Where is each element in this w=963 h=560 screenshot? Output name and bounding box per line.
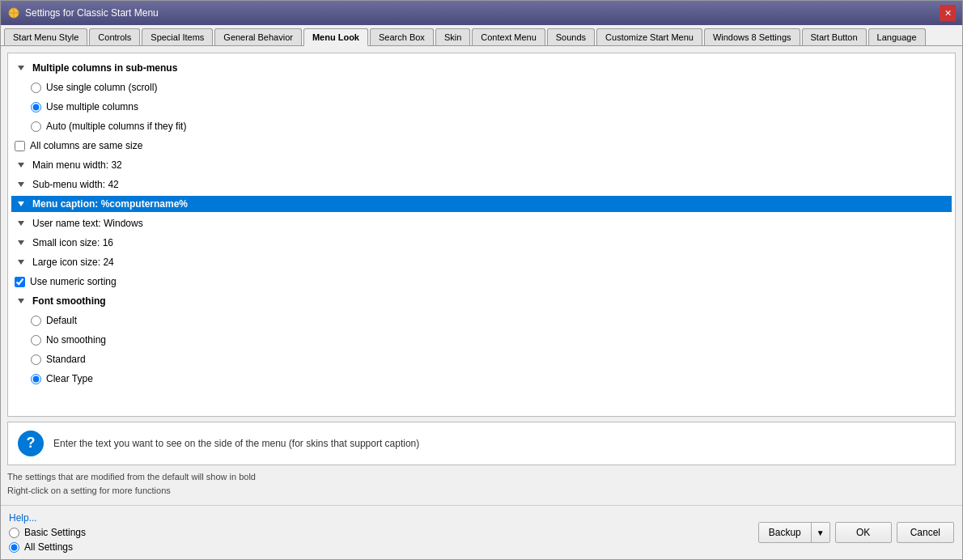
backup-dropdown-arrow[interactable]: ▼ [811,523,829,542]
radio-fs-default[interactable] [31,316,41,326]
main-window: Settings for Classic Start Menu ✕ Start … [0,0,963,560]
sub-menu-width-label: Sub-menu width: 42 [32,179,119,190]
close-button[interactable]: ✕ [940,5,956,21]
main-menu-width-label: Main menu width: 32 [32,159,122,171]
radio-single-column[interactable] [31,83,41,93]
app-icon [7,6,20,19]
tab-general-behavior[interactable]: General Behavior [214,28,302,45]
tab-start-menu-style[interactable]: Start Menu Style [4,28,87,45]
title-bar: Settings for Classic Start Menu ✕ [1,1,962,25]
tab-start-button[interactable]: Start Button [802,28,867,45]
user-name-text-row: User name text: Windows [15,215,948,231]
radio-fs-no-smoothing[interactable] [31,335,41,346]
group-expand-icon[interactable] [15,62,28,74]
tab-skin[interactable]: Skin [435,28,470,45]
main-menu-width-row: Main menu width: 32 [15,157,948,173]
title-controls: ✕ [940,5,956,21]
large-icon-size-row: Large icon size: 24 [15,254,948,270]
multi-columns-label: Multiple columns in sub-menus [32,62,177,74]
use-numeric-sorting-row: Use numeric sorting [15,274,948,290]
label-multi-columns: Use multiple columns [46,101,138,112]
svg-marker-3 [18,66,24,70]
sub-menu-width-row: Sub-menu width: 42 [15,176,948,193]
tab-sounds[interactable]: Sounds [547,28,595,45]
small-icon-size-label: Small icon size: 16 [32,237,113,248]
info-box: ? Enter the text you want to see on the … [7,422,956,465]
backup-button-group: Backup ▼ [758,522,830,543]
title-bar-left: Settings for Classic Start Menu [7,6,159,19]
menu-caption-row[interactable]: Menu caption: %computername% [11,196,952,212]
radio-basic-settings-row: Basic Settings [9,527,86,538]
label-use-numeric-sorting: Use numeric sorting [30,276,117,287]
label-auto-columns: Auto (multiple columns if they fit) [46,121,186,132]
tabs-container: Start Menu Style Controls Special Items … [1,25,962,46]
label-fs-no-smoothing: No smoothing [46,334,106,346]
main-menu-width-icon[interactable] [15,159,28,172]
radio-fs-clear-type[interactable] [31,374,41,384]
backup-button[interactable]: Backup [759,523,811,542]
user-name-icon[interactable] [15,217,28,230]
radio-default-row: Default [31,312,948,329]
all-columns-same-size-row: All columns are same size [15,138,948,154]
bottom-left-section: Help... Basic Settings All Settings [9,512,86,553]
label-fs-default: Default [46,315,77,326]
tab-special-items[interactable]: Special Items [142,28,213,45]
footer-line2: Right-click on a setting for more functi… [7,484,956,498]
sub-menu-width-icon[interactable] [15,178,28,191]
checkbox-use-numeric-sorting[interactable] [15,277,25,287]
tab-language[interactable]: Language [868,28,926,45]
svg-marker-4 [18,163,24,168]
radio-standard-row: Standard [31,351,948,367]
content-area: Multiple columns in sub-menus Use single… [1,46,962,505]
settings-group: Multiple columns in sub-menus Use single… [15,60,948,387]
tab-controls[interactable]: Controls [89,28,140,45]
label-all-settings: All Settings [24,541,73,553]
small-icon-size-row: Small icon size: 16 [15,235,948,251]
settings-panel: Multiple columns in sub-menus Use single… [7,53,956,417]
radio-clear-type-row: Clear Type [31,371,948,387]
window-title: Settings for Classic Start Menu [25,7,159,19]
svg-marker-8 [18,240,24,245]
radio-all-settings-row: All Settings [9,541,86,553]
group-header-font-smoothing: Font smoothing [15,293,948,309]
svg-marker-5 [18,182,24,187]
font-smoothing-expand-icon[interactable] [15,295,28,308]
cancel-button[interactable]: Cancel [897,522,954,543]
label-all-columns-same: All columns are same size [30,140,142,151]
info-text: Enter the text you want to see on the si… [53,438,419,449]
radio-basic-settings[interactable] [9,528,19,538]
svg-marker-7 [18,221,24,226]
tab-windows-8-settings[interactable]: Windows 8 Settings [704,28,800,45]
label-basic-settings: Basic Settings [24,527,86,538]
radio-all-settings[interactable] [9,542,19,553]
tab-customize-start-menu[interactable]: Customize Start Menu [596,28,702,45]
user-name-text-label: User name text: Windows [32,218,143,229]
menu-caption-label: Menu caption: %computername% [32,198,188,210]
group-header-multi-columns: Multiple columns in sub-menus [15,60,948,76]
ok-button[interactable]: OK [835,522,892,543]
svg-marker-9 [18,260,24,265]
radio-multi-columns[interactable] [31,102,41,112]
menu-caption-icon[interactable] [15,197,28,210]
help-link[interactable]: Help... [9,512,86,524]
font-smoothing-label: Font smoothing [32,295,106,307]
svg-marker-6 [18,202,24,206]
small-icon-size-icon[interactable] [15,236,28,249]
radio-no-smoothing-row: No smoothing [31,332,948,348]
large-icon-size-label: Large icon size: 24 [32,257,114,268]
large-icon-size-icon[interactable] [15,256,28,269]
radio-single-column-row: Use single column (scroll) [31,79,948,95]
radio-fs-standard[interactable] [31,354,41,365]
bottom-bar: Help... Basic Settings All Settings Back… [1,505,962,559]
tab-context-menu[interactable]: Context Menu [472,28,545,45]
footer-notes: The settings that are modified from the … [7,470,956,498]
svg-marker-10 [18,299,24,303]
checkbox-all-columns-same[interactable] [15,141,25,151]
info-icon: ? [18,431,44,456]
tab-menu-look[interactable]: Menu Look [303,28,368,46]
label-fs-clear-type: Clear Type [46,373,93,384]
radio-auto-columns[interactable] [31,121,41,132]
label-single-column: Use single column (scroll) [46,82,157,93]
tab-search-box[interactable]: Search Box [370,28,434,45]
footer-line1: The settings that are modified from the … [7,470,956,485]
